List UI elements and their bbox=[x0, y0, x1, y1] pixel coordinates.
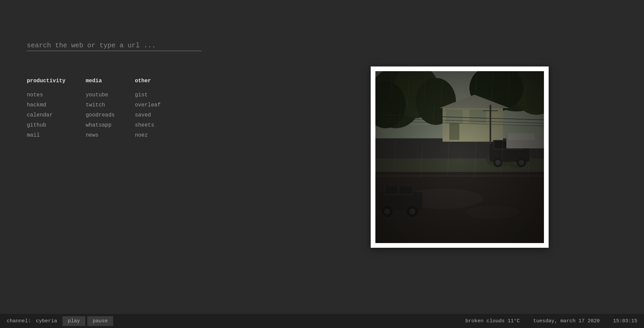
productivity-header: productivity bbox=[27, 78, 65, 84]
search-container bbox=[27, 40, 275, 51]
link-mail[interactable]: mail bbox=[27, 130, 65, 140]
bottom-left: channel: cyberia play pause bbox=[7, 316, 115, 326]
other-column: other gist overleaf saved sheets noez bbox=[135, 78, 161, 140]
links-grid: productivity notes hackmd calendar githu… bbox=[27, 78, 275, 140]
other-header: other bbox=[135, 78, 161, 84]
status-bar: channel: cyberia play pause broken cloud… bbox=[0, 314, 644, 328]
link-calendar[interactable]: calendar bbox=[27, 110, 65, 120]
channel-label: channel: cyberia bbox=[7, 318, 57, 324]
link-github[interactable]: github bbox=[27, 120, 65, 130]
link-goodreads[interactable]: goodreads bbox=[86, 110, 114, 120]
left-panel: productivity notes hackmd calendar githu… bbox=[0, 0, 275, 314]
media-column: media youtube twitch goodreads whatsapp … bbox=[86, 78, 114, 140]
productivity-column: productivity notes hackmd calendar githu… bbox=[27, 78, 65, 140]
link-whatsapp[interactable]: whatsapp bbox=[86, 120, 114, 130]
link-noez[interactable]: noez bbox=[135, 130, 161, 140]
play-button[interactable]: play bbox=[62, 316, 85, 326]
link-youtube[interactable]: youtube bbox=[86, 90, 114, 100]
svg-rect-71 bbox=[375, 71, 544, 243]
link-notes[interactable]: notes bbox=[27, 90, 65, 100]
link-overleaf[interactable]: overleaf bbox=[135, 100, 161, 110]
time-display: 15:03:15 bbox=[613, 318, 637, 324]
photo-image bbox=[375, 71, 544, 243]
link-sheets[interactable]: sheets bbox=[135, 120, 161, 130]
photo-frame bbox=[371, 66, 549, 248]
main-content: productivity notes hackmd calendar githu… bbox=[0, 0, 644, 314]
search-input[interactable] bbox=[27, 40, 201, 51]
right-panel bbox=[275, 0, 644, 314]
bottom-right: broken clouds 11°C tuesday, march 17 202… bbox=[465, 318, 637, 324]
link-news[interactable]: news bbox=[86, 130, 114, 140]
link-gist[interactable]: gist bbox=[135, 90, 161, 100]
date-display: tuesday, march 17 2020 bbox=[533, 318, 600, 324]
media-header: media bbox=[86, 78, 114, 84]
weather-display: broken clouds 11°C bbox=[465, 318, 520, 324]
link-twitch[interactable]: twitch bbox=[86, 100, 114, 110]
link-hackmd[interactable]: hackmd bbox=[27, 100, 65, 110]
pause-button[interactable]: pause bbox=[87, 316, 113, 326]
link-saved[interactable]: saved bbox=[135, 110, 161, 120]
